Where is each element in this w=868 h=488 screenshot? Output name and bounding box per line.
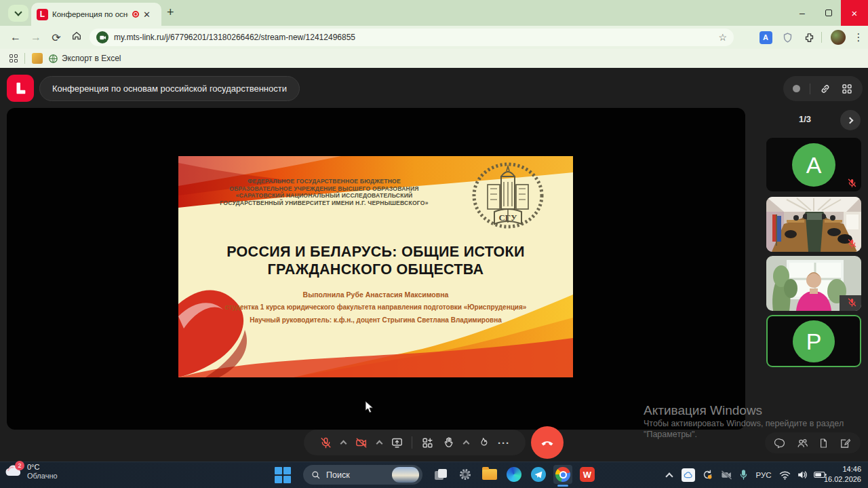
bookmarks-divider bbox=[24, 53, 25, 64]
weather-widget[interactable]: 2 0°C Облачно bbox=[4, 463, 58, 481]
window-minimize-button[interactable]: – bbox=[789, 0, 816, 26]
profile-button[interactable] bbox=[827, 26, 849, 49]
screen-share-button[interactable] bbox=[391, 436, 403, 449]
window-close-button[interactable]: × bbox=[841, 0, 868, 26]
extensions-button[interactable] bbox=[799, 26, 819, 49]
clock-time: 14:46 bbox=[807, 464, 861, 474]
forward-button[interactable]: → bbox=[26, 31, 46, 43]
bookmark-item-icon[interactable] bbox=[32, 53, 43, 64]
participant-avatar: A bbox=[792, 143, 835, 187]
language-switcher[interactable]: РУС bbox=[753, 462, 774, 488]
layout-grid-icon[interactable] bbox=[841, 83, 853, 95]
wifi-tray-icon[interactable] bbox=[776, 462, 793, 488]
bookmark-star-icon[interactable]: ☆ bbox=[718, 32, 727, 43]
wps-button[interactable]: W bbox=[578, 465, 597, 484]
start-button[interactable] bbox=[275, 467, 291, 483]
bookmark-export-excel[interactable]: Экспорт в Excel bbox=[48, 54, 121, 64]
mts-link-favicon: L bbox=[37, 9, 48, 20]
folder-icon bbox=[482, 469, 497, 480]
camera-options-chevron[interactable] bbox=[376, 440, 382, 447]
panel-controls bbox=[765, 432, 861, 453]
svg-text:СГУ: СГУ bbox=[498, 212, 517, 223]
tab-search-button[interactable] bbox=[8, 5, 28, 22]
password-manager-button[interactable] bbox=[777, 26, 797, 49]
participants-button[interactable] bbox=[796, 437, 809, 449]
search-icon bbox=[311, 470, 321, 480]
mic-options-chevron[interactable] bbox=[340, 440, 347, 447]
more-options-button[interactable]: ··· bbox=[498, 437, 510, 449]
clock-date: 16.02.2026 bbox=[807, 474, 861, 485]
windows-activation-text2: "Параметры". bbox=[644, 430, 697, 439]
slide-title: РОССИЯ И БЕЛАРУСЬ: ОБЩИЕ ИСТОКИ ГРАЖДАНС… bbox=[178, 243, 573, 278]
telegram-icon bbox=[531, 467, 546, 482]
slide-institution-block: ФЕДЕРАЛЬНОЕ ГОСУДАРСТВЕННОЕ БЮДЖЕТНОЕ ОБ… bbox=[178, 178, 470, 206]
tab-close-icon[interactable]: ✕ bbox=[143, 10, 151, 20]
kebab-menu-icon: ⋮ bbox=[854, 31, 864, 43]
home-button[interactable] bbox=[66, 31, 87, 44]
mic-muted-button[interactable] bbox=[319, 436, 332, 449]
search-highlight-image bbox=[392, 467, 419, 483]
speaker-icon bbox=[797, 470, 808, 480]
apps-button[interactable] bbox=[421, 436, 434, 449]
active-app-indicator bbox=[557, 485, 568, 487]
bookmarks-bar: Экспорт в Excel bbox=[0, 49, 868, 68]
slide-credit-line: Научный руководитель: к.ф.н., доцент Стр… bbox=[178, 316, 573, 324]
cloud-sync-tray-icon[interactable] bbox=[679, 462, 697, 488]
files-button[interactable] bbox=[818, 437, 829, 449]
institution-line: «САРАТОВСКИЙ НАЦИОНАЛЬНЫЙ ИССЛЕДОВАТЕЛЬС… bbox=[178, 192, 470, 200]
browser-menu-button[interactable]: ⋮ bbox=[850, 26, 867, 49]
search-placeholder: Поиск bbox=[326, 470, 387, 480]
camera-off-tray-icon[interactable] bbox=[717, 462, 735, 488]
participant-tile-classroom[interactable] bbox=[766, 197, 861, 252]
taskbar-clock[interactable]: 14:46 16.02.2026 bbox=[807, 464, 861, 485]
chevron-right-icon bbox=[846, 117, 853, 124]
reload-button[interactable]: ⟳ bbox=[46, 31, 66, 44]
chrome-button[interactable] bbox=[553, 465, 572, 484]
translate-button[interactable]: A bbox=[755, 26, 776, 49]
chat-button[interactable] bbox=[774, 437, 787, 449]
slide-title-line2: ГРАЖДАНСКОГО ОБЩЕСТВА bbox=[178, 261, 573, 278]
record-indicator-icon[interactable] bbox=[793, 85, 800, 92]
edge-button[interactable] bbox=[505, 465, 524, 484]
address-bar[interactable]: my.mts-link.ru/j/67796201/13180266462/st… bbox=[90, 29, 734, 46]
browser-tab[interactable]: L Конференция по основам ✕ bbox=[31, 3, 161, 26]
file-explorer-button[interactable] bbox=[480, 465, 499, 484]
institution-line: ОБРАЗОВАТЕЛЬНОЕ УЧРЕЖДЕНИЕ ВЫСШЕГО ОБРАЗ… bbox=[178, 185, 470, 193]
sync-tray-icon[interactable] bbox=[698, 462, 716, 488]
cloud-icon bbox=[684, 471, 693, 478]
header-controls bbox=[783, 76, 863, 101]
tab-title: Конференция по основам bbox=[52, 10, 128, 18]
participant-tile-speaker[interactable] bbox=[766, 256, 861, 311]
telegram-button[interactable] bbox=[529, 465, 548, 484]
participant-tile-p-active[interactable]: P bbox=[766, 315, 861, 367]
participant-tile-a[interactable]: A bbox=[766, 138, 861, 191]
tray-expand-button[interactable] bbox=[661, 462, 677, 488]
notes-button[interactable] bbox=[839, 437, 851, 449]
task-view-icon bbox=[435, 469, 447, 480]
end-call-button[interactable] bbox=[531, 426, 564, 459]
mic-tray-icon[interactable] bbox=[735, 462, 751, 488]
raise-hand-button[interactable] bbox=[443, 436, 455, 449]
camera-muted-button[interactable] bbox=[355, 436, 368, 449]
controls-divider bbox=[412, 436, 412, 449]
new-tab-button[interactable]: + bbox=[167, 5, 174, 20]
taskbar-search[interactable]: Поиск bbox=[303, 465, 422, 485]
language-label: РУС bbox=[755, 471, 771, 479]
reactions-button[interactable] bbox=[477, 436, 489, 449]
window-maximize-button[interactable] bbox=[815, 0, 842, 26]
participants-next-button[interactable] bbox=[840, 110, 861, 130]
chevron-down-icon bbox=[14, 8, 22, 16]
weather-temp: 0°C bbox=[27, 463, 58, 472]
mic-icon bbox=[739, 469, 748, 481]
hand-options-chevron[interactable] bbox=[463, 440, 470, 447]
task-view-button[interactable] bbox=[431, 465, 450, 484]
settings-button[interactable] bbox=[456, 465, 475, 484]
back-button[interactable]: ← bbox=[5, 31, 26, 43]
bookmark-label: Экспорт в Excel bbox=[62, 54, 121, 63]
copy-link-icon[interactable] bbox=[819, 83, 831, 95]
shield-icon bbox=[782, 32, 793, 43]
windows-activation-text: Чтобы активировать Windows, перейдите в … bbox=[644, 419, 844, 428]
apps-grid-icon[interactable] bbox=[9, 54, 18, 62]
chrome-icon bbox=[555, 467, 570, 482]
toolbar-divider bbox=[821, 32, 822, 43]
